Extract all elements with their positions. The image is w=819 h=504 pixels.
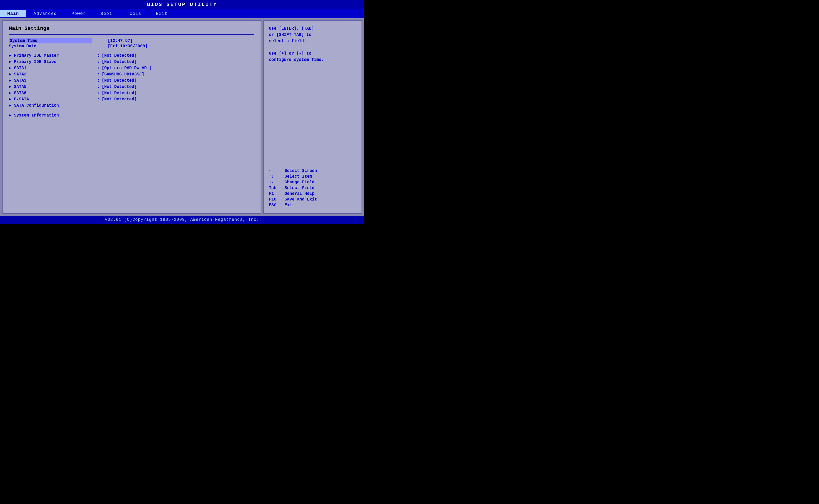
key-desc-3: Select Field xyxy=(285,186,314,190)
key-desc-0: Select Screen xyxy=(285,169,317,173)
menu-item-tools[interactable]: Tools xyxy=(119,10,149,17)
arrow-icon-0: ▶ xyxy=(9,53,11,58)
system-time-label[interactable]: System Time xyxy=(9,38,92,43)
help-line-2: select a field. xyxy=(269,39,306,43)
menu-item-advanced[interactable]: Advanced xyxy=(26,10,64,17)
menu-item-main[interactable]: Main xyxy=(0,10,26,17)
key-name-2: +- xyxy=(269,180,285,185)
settings-item-0[interactable]: ▶Primary IDE Master:[Not Detected] xyxy=(9,53,254,58)
title-bar: BIOS SETUP UTILITY xyxy=(0,0,364,9)
key-desc-5: Save and Exit xyxy=(285,197,317,202)
colon-5: : xyxy=(97,85,100,89)
item-value-2: [Optiarc DVD RW AD-] xyxy=(102,66,152,70)
system-date-label[interactable]: System Date xyxy=(9,44,92,49)
key-table: ↔Select Screen↑↓Select Item+-Change Fiel… xyxy=(269,169,356,209)
key-name-5: F10 xyxy=(269,197,285,202)
arrow-icon-9: ▶ xyxy=(9,113,11,118)
help-line-0: Use [ENTER], [TAB] xyxy=(269,26,314,31)
help-text: Use [ENTER], [TAB]or [SHIFT-TAB] toselec… xyxy=(269,25,356,63)
item-label-0: Primary IDE Master xyxy=(14,53,97,58)
item-value-1: [Not Detected] xyxy=(102,60,137,64)
item-label-9: System Information xyxy=(14,113,97,118)
menu-item-power[interactable]: Power xyxy=(64,10,93,17)
key-row-5: F10Save and Exit xyxy=(269,197,356,202)
arrow-icon-6: ▶ xyxy=(9,90,11,95)
key-name-4: F1 xyxy=(269,191,285,196)
item-label-8: SATA Configuration xyxy=(14,103,97,108)
help-text-container: Use [ENTER], [TAB]or [SHIFT-TAB] toselec… xyxy=(269,25,356,68)
settings-item-8[interactable]: ▶SATA Configuration xyxy=(9,103,254,108)
item-label-2: SATA1 xyxy=(14,66,97,70)
key-name-6: ESC xyxy=(269,203,285,208)
settings-item-4[interactable]: ▶SATA3:[Not Detected] xyxy=(9,78,254,83)
footer-text: v02.61 (C)Copyright 1985-2009, American … xyxy=(105,217,259,222)
key-desc-2: Change Field xyxy=(285,180,314,185)
item-value-5: [Not Detected] xyxy=(102,85,137,89)
content-area: Main Settings System Time [12:47:57] Sys… xyxy=(0,18,364,216)
system-date-row: System Date [Fri 10/30/2009] xyxy=(9,44,254,49)
spacer-before-sysinfo xyxy=(9,109,254,113)
arrow-items-container: ▶Primary IDE Master:[Not Detected]▶Prima… xyxy=(9,53,254,119)
item-value-6: [Not Detected] xyxy=(102,91,137,95)
help-line-1: or [SHIFT-TAB] to xyxy=(269,33,311,37)
arrow-icon-5: ▶ xyxy=(9,84,11,89)
key-row-2: +-Change Field xyxy=(269,180,356,185)
item-label-3: SATA2 xyxy=(14,72,97,77)
item-value-3: [SAMSUNG HD103SJ] xyxy=(102,72,144,77)
item-label-6: SATA6 xyxy=(14,91,97,95)
settings-item-3[interactable]: ▶SATA2:[SAMSUNG HD103SJ] xyxy=(9,72,254,77)
arrow-icon-2: ▶ xyxy=(9,65,11,70)
bios-container: BIOS SETUP UTILITY MainAdvancedPowerBoot… xyxy=(0,0,364,224)
colon-6: : xyxy=(97,91,100,95)
key-row-3: TabSelect Field xyxy=(269,186,356,190)
main-settings-title: Main Settings xyxy=(9,25,254,31)
settings-item-1[interactable]: ▶Primary IDE Slave:[Not Detected] xyxy=(9,59,254,64)
key-name-1: ↑↓ xyxy=(269,174,285,179)
key-row-1: ↑↓Select Item xyxy=(269,174,356,179)
settings-item-5[interactable]: ▶SATA5:[Not Detected] xyxy=(9,84,254,89)
colon-7: : xyxy=(97,97,100,102)
system-time-value[interactable]: [12:47:57] xyxy=(108,38,133,43)
arrow-icon-1: ▶ xyxy=(9,59,11,64)
footer: v02.61 (C)Copyright 1985-2009, American … xyxy=(0,216,364,224)
item-label-4: SATA3 xyxy=(14,78,97,83)
item-value-7: [Not Detected] xyxy=(102,97,137,102)
key-desc-6: Exit xyxy=(285,203,294,208)
colon-0: : xyxy=(97,53,100,58)
item-label-7: E-SATA xyxy=(14,97,97,102)
key-row-0: ↔Select Screen xyxy=(269,169,356,173)
settings-item-6[interactable]: ▶SATA6:[Not Detected] xyxy=(9,90,254,95)
right-panel: Use [ENTER], [TAB]or [SHIFT-TAB] toselec… xyxy=(263,20,362,214)
key-desc-1: Select Item xyxy=(285,174,312,179)
help-line-4: Use [+] or [-] to xyxy=(269,51,311,56)
title-text: BIOS SETUP UTILITY xyxy=(147,2,217,8)
item-value-4: [Not Detected] xyxy=(102,78,137,83)
colon-4: : xyxy=(97,78,100,83)
menu-item-exit[interactable]: Exit xyxy=(149,10,175,17)
arrow-icon-4: ▶ xyxy=(9,78,11,83)
system-time-row: System Time [12:47:57] xyxy=(9,38,254,43)
key-row-4: F1General Help xyxy=(269,191,356,196)
spacer1 xyxy=(9,49,254,53)
item-label-1: Primary IDE Slave xyxy=(14,60,97,64)
key-row-6: ESCExit xyxy=(269,203,356,208)
colon-1: : xyxy=(97,60,100,64)
settings-item-9[interactable]: ▶System Information xyxy=(9,113,254,118)
settings-item-7[interactable]: ▶E-SATA:[Not Detected] xyxy=(9,96,254,102)
colon-3: : xyxy=(97,72,100,77)
system-date-value[interactable]: [Fri 10/30/2009] xyxy=(108,44,148,49)
menu-bar: MainAdvancedPowerBootToolsExit xyxy=(0,9,364,18)
divider xyxy=(9,34,254,35)
left-panel: Main Settings System Time [12:47:57] Sys… xyxy=(2,20,261,214)
menu-item-boot[interactable]: Boot xyxy=(93,10,119,17)
item-label-5: SATA5 xyxy=(14,85,97,89)
key-desc-4: General Help xyxy=(285,191,314,196)
arrow-icon-7: ▶ xyxy=(9,96,11,102)
item-value-0: [Not Detected] xyxy=(102,53,137,58)
settings-item-2[interactable]: ▶SATA1:[Optiarc DVD RW AD-] xyxy=(9,65,254,70)
arrow-icon-8: ▶ xyxy=(9,103,11,108)
arrow-icon-3: ▶ xyxy=(9,72,11,77)
key-name-0: ↔ xyxy=(269,169,285,173)
key-name-3: Tab xyxy=(269,186,285,190)
help-line-5: configure system Time. xyxy=(269,57,324,62)
